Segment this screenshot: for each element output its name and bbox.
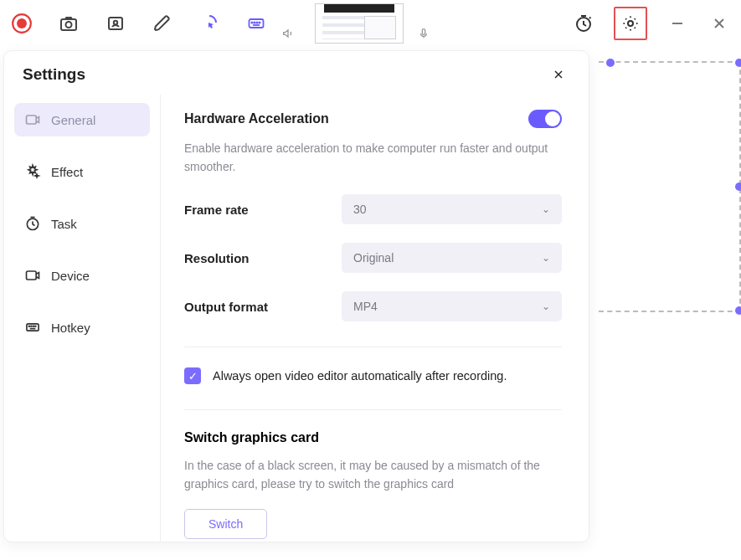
svg-rect-22 [27, 271, 37, 280]
svg-point-9 [256, 22, 257, 23]
panel-header: Settings [4, 51, 589, 95]
output-format-row: Output format MP4 ⌄ [184, 291, 562, 321]
cursor-icon[interactable] [198, 12, 221, 35]
sidebar-item-label: General [51, 113, 95, 127]
divider [184, 409, 562, 410]
recording-region-outline[interactable] [599, 61, 741, 312]
sidebar-item-general[interactable]: General [14, 103, 150, 136]
chevron-down-icon: ⌄ [542, 301, 550, 312]
auto-open-checkbox[interactable]: ✓ [184, 367, 201, 384]
hardware-toggle[interactable] [528, 110, 562, 128]
svg-point-26 [31, 326, 32, 326]
svg-rect-20 [27, 116, 37, 124]
resolution-row: Resolution Original ⌄ [184, 243, 562, 273]
resolution-label: Resolution [184, 251, 342, 265]
svg-point-8 [254, 22, 255, 23]
hardware-description: Enable hardware acceleration to make com… [184, 140, 562, 176]
mic-wrap [417, 3, 430, 44]
switch-title: Switch graphics card [184, 430, 562, 445]
svg-point-1 [17, 18, 27, 28]
output-format-value: MP4 [353, 300, 378, 313]
top-toolbar [0, 0, 741, 47]
microphone-icon[interactable] [417, 27, 430, 44]
svg-point-25 [28, 326, 29, 326]
panel-title: Settings [23, 65, 85, 84]
output-format-select[interactable]: MP4 ⌄ [342, 291, 562, 321]
sidebar-item-label: Task [51, 217, 77, 231]
svg-rect-12 [422, 29, 425, 35]
switch-button[interactable]: Switch [184, 509, 267, 539]
webcam-icon[interactable] [104, 12, 127, 35]
settings-panel: Settings General Effect Task Device [3, 50, 589, 542]
sidebar-item-device[interactable]: Device [14, 259, 150, 292]
chevron-down-icon: ⌄ [542, 203, 550, 215]
settings-content: Hardware Acceleration Enable hardware ac… [161, 95, 589, 542]
frame-rate-label: Frame rate [184, 203, 342, 217]
timer-icon[interactable] [572, 12, 595, 35]
auto-open-label: Always open video editor automatically a… [213, 369, 507, 383]
minimize-button[interactable] [666, 12, 689, 35]
svg-point-28 [35, 326, 36, 326]
region-handle[interactable] [735, 306, 741, 315]
output-format-label: Output format [184, 300, 342, 314]
resolution-value: Original [353, 251, 394, 265]
sidebar-item-effect[interactable]: Effect [14, 155, 150, 188]
auto-open-row: ✓ Always open video editor automatically… [184, 367, 562, 384]
sidebar-item-label: Hotkey [51, 321, 90, 335]
svg-rect-23 [27, 324, 39, 331]
resolution-select[interactable]: Original ⌄ [342, 243, 562, 273]
preview-thumbnail[interactable] [315, 3, 404, 44]
svg-rect-2 [61, 19, 76, 30]
switch-graphics-section: Switch graphics card In the case of a bl… [184, 430, 562, 538]
svg-point-3 [66, 22, 72, 28]
sidebar-item-label: Effect [51, 165, 83, 179]
close-panel-button[interactable] [547, 63, 570, 86]
camera-icon[interactable] [57, 12, 80, 35]
hardware-title: Hardware Acceleration [184, 111, 329, 126]
svg-point-14 [628, 21, 633, 26]
audio-icons [281, 3, 295, 44]
keyboard-icon[interactable] [244, 12, 268, 35]
record-button[interactable] [10, 12, 33, 35]
region-handle[interactable] [606, 59, 615, 67]
region-handle[interactable] [735, 59, 741, 67]
frame-rate-select[interactable]: 30 ⌄ [342, 194, 562, 224]
sidebar-item-hotkey[interactable]: Hotkey [14, 311, 150, 344]
svg-point-7 [251, 22, 252, 23]
svg-rect-4 [109, 18, 122, 29]
svg-point-5 [114, 21, 117, 24]
frame-rate-row: Frame rate 30 ⌄ [184, 194, 562, 224]
settings-sidebar: General Effect Task Device Hotkey [4, 95, 161, 542]
settings-button[interactable] [619, 12, 642, 35]
sidebar-item-label: Device [51, 269, 90, 283]
switch-description: In the case of a black screen, it may be… [184, 457, 562, 493]
divider [184, 347, 562, 347]
pencil-icon[interactable] [151, 12, 174, 35]
sidebar-item-task[interactable]: Task [14, 207, 150, 240]
chevron-down-icon: ⌄ [542, 252, 550, 264]
svg-point-27 [33, 326, 33, 326]
settings-button-highlight [614, 7, 647, 40]
hardware-acceleration-section: Hardware Acceleration Enable hardware ac… [184, 110, 562, 176]
svg-point-10 [259, 22, 260, 23]
region-handle[interactable] [735, 182, 741, 191]
speaker-icon[interactable] [281, 27, 295, 44]
close-window-button[interactable] [708, 12, 731, 35]
frame-rate-value: 30 [353, 203, 367, 216]
